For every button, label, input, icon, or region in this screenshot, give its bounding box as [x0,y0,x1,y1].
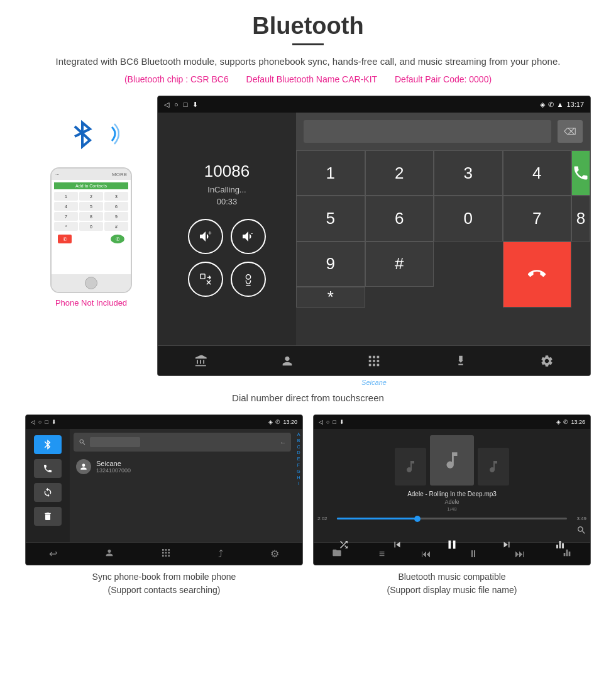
mu-home-icon: ○ [326,419,329,425]
contact-avatar [76,459,91,474]
square-icon: □ [184,101,188,108]
key-2[interactable]: 2 [365,150,434,196]
bluetooth-icon-area [63,114,119,158]
dial-input-box[interactable] [304,120,551,143]
nav-contacts[interactable] [272,348,303,374]
call-button[interactable] [571,150,590,196]
home-icon: ○ [174,101,179,108]
pb-nav-contacts[interactable] [104,548,114,560]
search-icon-wrap [317,525,586,535]
contact-item[interactable]: Seicane 13241007000 [70,455,295,478]
delete-button[interactable]: ⌫ [558,120,583,143]
phonebook-search[interactable]: ← [74,433,291,452]
nav-settings[interactable] [531,348,563,374]
alpha-index: A B C D E F G H I [295,429,302,542]
bottom-screenshots: ◁ ○ □ ⬇ ◈ ✆ 13:20 [25,414,591,597]
volume-down-button[interactable]: - [231,219,266,254]
progress-bar-row: 2:02 3:49 [317,516,586,521]
mu-nav-folder[interactable] [332,548,342,560]
pb-phone-btn[interactable] [34,459,62,478]
seicane-watermark: Seicane [157,379,591,386]
phone-keypad: 123 456 789 *0# [54,192,128,231]
mu-phone-icon: ✆ [563,419,568,425]
main-screenshot-area: ··· MORE Add to Contacts 123 456 789 *0#… [25,96,591,386]
phonebook-android-screen: ◁ ○ □ ⬇ ◈ ✆ 13:20 [25,414,303,565]
nav-recents[interactable] [185,348,217,374]
dial-timer: 00:33 [217,197,238,206]
wifi-waves [94,119,119,155]
music-content: Adele - Rolling In the Deep.mp3 Adele 1/… [314,429,590,542]
progress-thumb[interactable] [414,516,421,522]
contact-number: 13241007000 [96,467,131,474]
key-6[interactable]: 6 [365,196,434,241]
pb-nav-recents[interactable]: ↩ [49,548,57,560]
next-button[interactable] [501,539,512,550]
mu-nav-eq[interactable] [562,548,572,560]
pb-nav-dialpad[interactable] [161,548,171,560]
music-search-icon[interactable] [576,525,586,535]
music-android-screen: ◁ ○ □ ⬇ ◈ ✆ 13:26 [313,414,591,565]
phonebook-content: ← Seicane 13241007000 [26,429,302,542]
mute-button[interactable] [231,262,266,297]
description: Integrated with BC6 Bluetooth module, su… [25,54,591,69]
svg-text:+: + [208,230,212,236]
phone-home-button [85,277,97,289]
pb-home-icon: ○ [38,419,41,425]
time-display: 13:17 [566,101,584,108]
pb-nav-settings[interactable]: ⚙ [270,548,279,560]
specs-row: (Bluetooth chip : CSR BC6 Default Blueto… [25,74,591,84]
android-bottom-nav [158,345,590,375]
key-8[interactable]: 8 [571,196,590,241]
keypad-grid: 1 2 3 4 5 6 0 7 [296,150,590,308]
title-divider [292,43,324,45]
phone-not-included-label: Phone Not Included [55,298,127,308]
contact-name: Seicane [96,460,131,467]
mu-nav-pause[interactable]: ⏸ [468,548,478,560]
pb-back-icon: ◁ [31,419,35,425]
progress-bar[interactable] [337,518,567,519]
key-5[interactable]: 5 [296,196,365,241]
wifi-icon: ▲ [557,101,564,108]
album-arts [395,435,509,486]
phone-bottom [52,274,131,292]
pb-delete-btn[interactable] [34,507,62,526]
spec-name: Default Bluetooth Name CAR-KIT [246,74,378,84]
nav-dialpad[interactable] [358,348,390,374]
key-9[interactable]: 9 [296,242,365,287]
end-call-button[interactable] [503,242,572,308]
song-title: Adele - Rolling In the Deep.mp3 [407,491,497,497]
pb-dl-icon: ⬇ [52,419,57,425]
status-left: ◁ ○ □ ⬇ [164,101,198,109]
contact-info: Seicane 13241007000 [96,460,131,474]
nav-transfer[interactable] [445,348,476,374]
mu-nav-list[interactable]: ≡ [379,548,385,560]
dial-android-screen: ◁ ○ □ ⬇ ◈ ✆ ▲ 13:17 10086 InCalling... [157,96,591,376]
key-4[interactable]: 4 [503,150,572,196]
dial-controls: + - [188,219,266,297]
pb-bt-icon[interactable] [34,435,62,454]
mu-time: 13:26 [571,419,585,425]
key-star[interactable]: * [296,287,365,308]
search-ball [90,437,140,447]
volume-up-button[interactable]: + [188,219,223,254]
download-icon: ⬇ [192,101,198,109]
phone-screen: Add to Contacts 123 456 789 *0# ✆ ✆ [52,180,131,274]
mu-nav-next[interactable]: ⏭ [515,548,525,560]
phonebook-status-bar: ◁ ○ □ ⬇ ◈ ✆ 13:20 [26,415,302,429]
prev-button[interactable] [392,539,403,550]
key-hash[interactable]: # [365,242,434,287]
mu-nav-prev[interactable]: ⏮ [421,548,431,560]
dial-screen-wrapper: ◁ ○ □ ⬇ ◈ ✆ ▲ 13:17 10086 InCalling... [157,96,591,386]
key-0[interactable]: 0 [434,196,503,241]
phonebook-main: ← Seicane 13241007000 [70,429,295,542]
song-artist: Adele [444,499,459,505]
pb-sync-btn[interactable] [34,483,62,502]
svg-rect-2 [201,274,205,278]
key-1[interactable]: 1 [296,150,365,196]
transfer-button[interactable] [188,262,223,297]
play-pause-button[interactable] [445,538,459,552]
key-7[interactable]: 7 [503,196,572,241]
phonebook-caption: Sync phone-book from mobile phone (Suppo… [92,570,236,597]
pb-nav-transfer[interactable]: ⤴ [218,548,223,560]
key-3[interactable]: 3 [434,150,503,196]
